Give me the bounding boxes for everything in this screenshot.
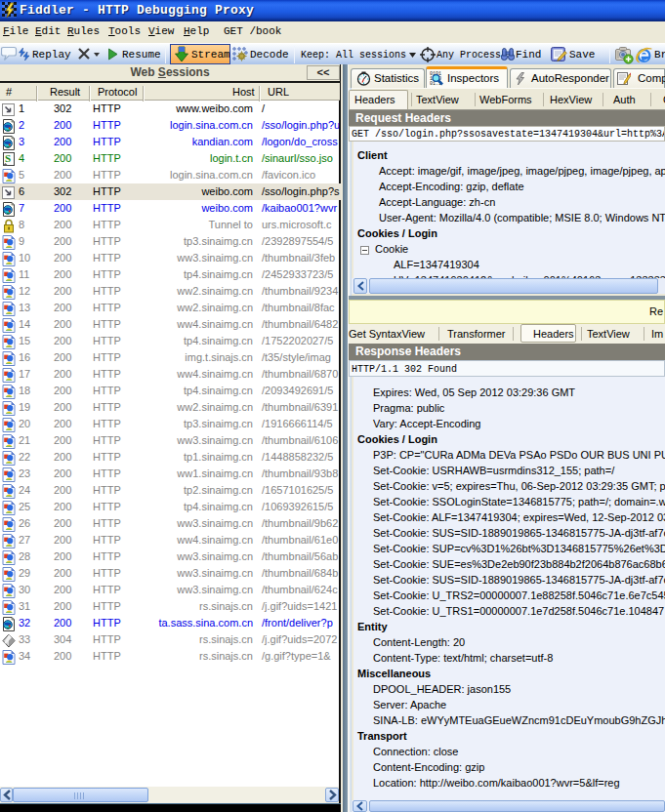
svg-text:S: S bbox=[5, 152, 11, 164]
